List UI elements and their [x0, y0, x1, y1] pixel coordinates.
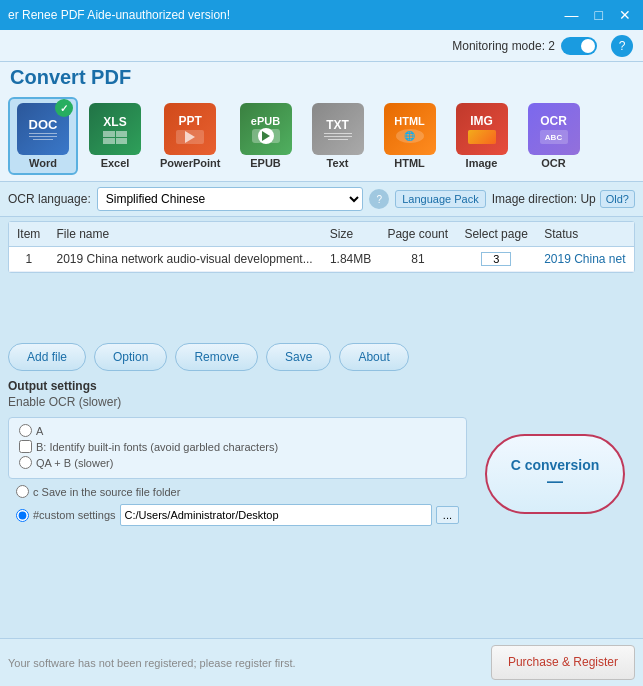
- format-img[interactable]: IMG Image: [447, 97, 517, 175]
- conversion-button[interactable]: C conversion —: [485, 434, 625, 514]
- row-size: 1.84MB: [322, 247, 380, 272]
- row-status[interactable]: 2019 China net: [536, 247, 634, 272]
- top-bar: Monitoring mode: 2 ?: [0, 30, 643, 62]
- about-button[interactable]: About: [339, 343, 408, 371]
- format-txt[interactable]: TXT Text: [303, 97, 373, 175]
- ocr-option-a: A: [19, 424, 456, 437]
- ocr-option-a-label: A: [36, 425, 43, 437]
- window-controls: — □ ✕: [561, 7, 635, 23]
- ppt-label: PowerPoint: [160, 157, 221, 169]
- format-ppt[interactable]: PPT PowerPoint: [152, 97, 229, 175]
- save-button[interactable]: Save: [266, 343, 331, 371]
- row-item: 1: [9, 247, 49, 272]
- purchase-button[interactable]: Purchase & Register: [491, 645, 635, 680]
- image-direction: Image direction: Up Old?: [492, 190, 635, 208]
- save-radio-custom[interactable]: [16, 509, 29, 522]
- col-pagecount: Page count: [379, 222, 456, 247]
- col-size: Size: [322, 222, 380, 247]
- ocr-label: OCR: [541, 157, 565, 169]
- path-input[interactable]: [120, 504, 432, 526]
- ocr-options-panel: A B: Identify built-in fonts (avoid garb…: [8, 417, 467, 479]
- row-selectpage[interactable]: [456, 247, 536, 272]
- table-header-row: Item File name Size Page count Select pa…: [9, 222, 634, 247]
- path-settings: #custom settings ...: [8, 500, 467, 530]
- language-pack-button[interactable]: Language Pack: [395, 190, 485, 208]
- format-excel[interactable]: XLS Excel: [80, 97, 150, 175]
- monitoring-toggle[interactable]: [561, 37, 597, 55]
- col-selectpage: Select page: [456, 222, 536, 247]
- ocr-radio-ab[interactable]: [19, 456, 32, 469]
- bottom-notice: Your software has not been registered; p…: [8, 657, 296, 669]
- bottom-bar: Your software has not been registered; p…: [0, 638, 643, 686]
- output-section: Output settings Enable OCR (slower): [0, 377, 643, 417]
- ocr-option-b: B: Identify built-in fonts (avoid garble…: [19, 440, 456, 453]
- add-file-button[interactable]: Add file: [8, 343, 86, 371]
- top-help-button[interactable]: ?: [611, 35, 633, 57]
- monitoring-mode: Monitoring mode: 2 ?: [452, 35, 633, 57]
- excel-label: Excel: [101, 157, 130, 169]
- txt-label: Text: [327, 157, 349, 169]
- old-button[interactable]: Old?: [600, 190, 635, 208]
- active-check-badge: ✓: [55, 99, 73, 117]
- save-option: c Save in the source file folder: [8, 483, 467, 500]
- title-bar: er Renee PDF Aide-unauthorized version! …: [0, 0, 643, 30]
- row-pagecount: 81: [379, 247, 456, 272]
- file-table: Item File name Size Page count Select pa…: [9, 222, 634, 272]
- empty-area: [0, 277, 643, 337]
- enable-ocr-label: Enable OCR (slower): [8, 395, 635, 409]
- ocr-help-button[interactable]: ?: [369, 189, 389, 209]
- browse-button[interactable]: ...: [436, 506, 459, 524]
- app-title: Convert PDF: [0, 62, 643, 95]
- minimize-button[interactable]: —: [561, 7, 583, 23]
- path-label: #custom settings: [33, 509, 116, 521]
- ocr-option-ab: QA + B (slower): [19, 456, 456, 469]
- action-bar: Add file Option Remove Save About: [0, 337, 643, 377]
- file-table-container: Item File name Size Page count Select pa…: [8, 221, 635, 273]
- right-panel: C conversion —: [475, 417, 635, 530]
- ocr-language-bar: OCR language: Simplified Chinese English…: [0, 182, 643, 217]
- conversion-main-label: C conversion: [511, 457, 600, 473]
- col-item: Item: [9, 222, 49, 247]
- epub-label: EPUB: [250, 157, 281, 169]
- save-radio-source[interactable]: [16, 485, 29, 498]
- main-content: A B: Identify built-in fonts (avoid garb…: [0, 417, 643, 530]
- close-button[interactable]: ✕: [615, 7, 635, 23]
- word-label: Word: [29, 157, 57, 169]
- col-status: Status: [536, 222, 634, 247]
- monitoring-label: Monitoring mode: 2: [452, 39, 555, 53]
- image-dir-label: Image direction: Up: [492, 192, 596, 206]
- ocr-option-b-label: B: Identify built-in fonts (avoid garble…: [36, 441, 278, 453]
- app-title-bar: er Renee PDF Aide-unauthorized version!: [8, 8, 230, 22]
- option-button[interactable]: Option: [94, 343, 167, 371]
- row-filename: 2019 China network audio-visual developm…: [49, 247, 322, 272]
- ocr-option-ab-label: QA + B (slower): [36, 457, 113, 469]
- save-option-label: c Save in the source file folder: [33, 486, 180, 498]
- conversion-sub-label: —: [547, 473, 563, 491]
- select-page-input[interactable]: [481, 252, 511, 266]
- html-label: HTML: [394, 157, 425, 169]
- ocr-language-select[interactable]: Simplified Chinese English Traditional C…: [97, 187, 364, 211]
- table-row[interactable]: 1 2019 China network audio-visual develo…: [9, 247, 634, 272]
- format-ocr[interactable]: OCR ABC OCR: [519, 97, 589, 175]
- format-bar: DOC ✓ Word XLS Excel: [0, 95, 643, 182]
- ocr-checkbox-b[interactable]: [19, 440, 32, 453]
- ocr-lang-label: OCR language:: [8, 192, 91, 206]
- format-html[interactable]: HTML 🌐 HTML: [375, 97, 445, 175]
- col-filename: File name: [49, 222, 322, 247]
- format-word[interactable]: DOC ✓ Word: [8, 97, 78, 175]
- format-epub[interactable]: ePUB EPUB: [231, 97, 301, 175]
- remove-button[interactable]: Remove: [175, 343, 258, 371]
- left-panel: A B: Identify built-in fonts (avoid garb…: [8, 417, 467, 530]
- img-label: Image: [466, 157, 498, 169]
- output-title: Output settings: [8, 379, 635, 393]
- maximize-button[interactable]: □: [591, 7, 607, 23]
- ocr-radio-a[interactable]: [19, 424, 32, 437]
